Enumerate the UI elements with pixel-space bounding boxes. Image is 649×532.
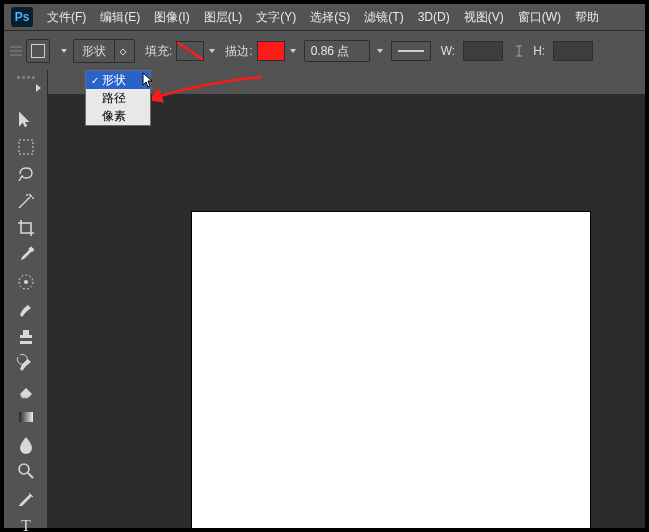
healing-brush-tool[interactable] xyxy=(12,270,40,294)
fill-dropdown-icon[interactable] xyxy=(209,49,215,53)
width-label: W: xyxy=(441,44,455,58)
dropdown-item[interactable]: 像素 xyxy=(86,107,150,125)
tool-panel: T xyxy=(4,70,48,528)
menu-item[interactable]: 编辑(E) xyxy=(93,4,147,30)
menu-item[interactable]: 选择(S) xyxy=(303,4,357,30)
dropdown-item[interactable]: ✓形状 xyxy=(86,71,150,89)
app-logo: Ps xyxy=(10,7,34,27)
menu-item[interactable]: 文字(Y) xyxy=(249,4,303,30)
dropdown-item-label: 路径 xyxy=(102,90,126,107)
collapse-panel-icon[interactable] xyxy=(36,84,41,92)
eraser-tool[interactable] xyxy=(12,378,40,402)
menu-items: 文件(F)编辑(E)图像(I)图层(L)文字(Y)选择(S)滤镜(T)3D(D)… xyxy=(40,4,606,30)
workspace: 未标 %(RGB/8) × T xyxy=(4,70,645,528)
tool-indicator-dropdown-icon[interactable] xyxy=(61,49,67,53)
menu-item[interactable]: 文件(F) xyxy=(40,4,93,30)
stroke-style-swatch[interactable] xyxy=(391,41,431,61)
chevron-down-icon[interactable] xyxy=(114,40,131,62)
fill-swatch[interactable] xyxy=(176,41,204,61)
magic-wand-tool[interactable] xyxy=(12,189,40,213)
dropdown-item-label: 像素 xyxy=(102,108,126,125)
height-label: H: xyxy=(533,44,545,58)
menu-item[interactable]: 窗口(W) xyxy=(511,4,568,30)
canvas-area xyxy=(48,94,645,528)
stroke-swatch[interactable] xyxy=(257,41,285,61)
app-frame: Ps 文件(F)编辑(E)图像(I)图层(L)文字(Y)选择(S)滤镜(T)3D… xyxy=(0,0,649,532)
stroke-label: 描边: xyxy=(225,43,252,60)
svg-point-3 xyxy=(30,195,32,197)
fill-label: 填充: xyxy=(145,43,172,60)
check-icon: ✓ xyxy=(90,75,100,86)
option-bar: 形状 填充: 描边: 0.86 点 W: H: xyxy=(4,31,645,72)
move-tool[interactable] xyxy=(12,108,40,132)
eyedropper-tool[interactable] xyxy=(12,243,40,267)
svg-point-6 xyxy=(24,280,28,284)
svg-text:T: T xyxy=(21,517,31,532)
stroke-width-dropdown-icon[interactable] xyxy=(377,49,383,53)
solid-line-icon xyxy=(398,50,424,52)
lasso-tool[interactable] xyxy=(12,162,40,186)
crop-tool[interactable] xyxy=(12,216,40,240)
svg-rect-2 xyxy=(19,140,33,154)
clone-stamp-tool[interactable] xyxy=(12,324,40,348)
menu-item[interactable]: 视图(V) xyxy=(457,4,511,30)
dropdown-item-label: 形状 xyxy=(102,72,126,89)
shape-mode-dropdown: ✓形状路径像素 xyxy=(85,70,151,126)
link-wh-icon[interactable] xyxy=(513,44,525,58)
dodge-tool[interactable] xyxy=(12,459,40,483)
pen-tool[interactable] xyxy=(12,486,40,510)
width-input[interactable] xyxy=(463,41,503,61)
brush-tool[interactable] xyxy=(12,297,40,321)
menu-item[interactable]: 图像(I) xyxy=(147,4,196,30)
blur-tool[interactable] xyxy=(12,432,40,456)
stroke-dropdown-icon[interactable] xyxy=(290,49,296,53)
document-canvas[interactable] xyxy=(191,211,591,529)
menu-item[interactable]: 滤镜(T) xyxy=(357,4,410,30)
dropdown-item[interactable]: 路径 xyxy=(86,89,150,107)
stroke-width-value: 0.86 点 xyxy=(311,43,350,60)
marquee-tool[interactable] xyxy=(12,135,40,159)
gradient-tool[interactable] xyxy=(12,405,40,429)
svg-text:Ps: Ps xyxy=(15,10,30,24)
type-tool[interactable]: T xyxy=(12,513,40,532)
rectangle-icon xyxy=(31,44,45,58)
menu-item[interactable]: 3D(D) xyxy=(411,4,457,30)
optionbar-grip[interactable] xyxy=(10,46,22,56)
shape-mode-combo[interactable]: 形状 xyxy=(73,39,135,63)
stroke-width-input[interactable]: 0.86 点 xyxy=(304,40,370,62)
history-brush-tool[interactable] xyxy=(12,351,40,375)
menu-item[interactable]: 图层(L) xyxy=(197,4,250,30)
menu-item[interactable]: 帮助 xyxy=(568,4,606,30)
shape-mode-value: 形状 xyxy=(74,43,114,60)
svg-rect-7 xyxy=(19,412,33,422)
svg-point-8 xyxy=(19,464,29,474)
menu-bar: Ps 文件(F)编辑(E)图像(I)图层(L)文字(Y)选择(S)滤镜(T)3D… xyxy=(4,4,645,31)
height-input[interactable] xyxy=(553,41,593,61)
tool-indicator[interactable] xyxy=(26,39,50,63)
tool-panel-grip[interactable] xyxy=(12,76,39,79)
